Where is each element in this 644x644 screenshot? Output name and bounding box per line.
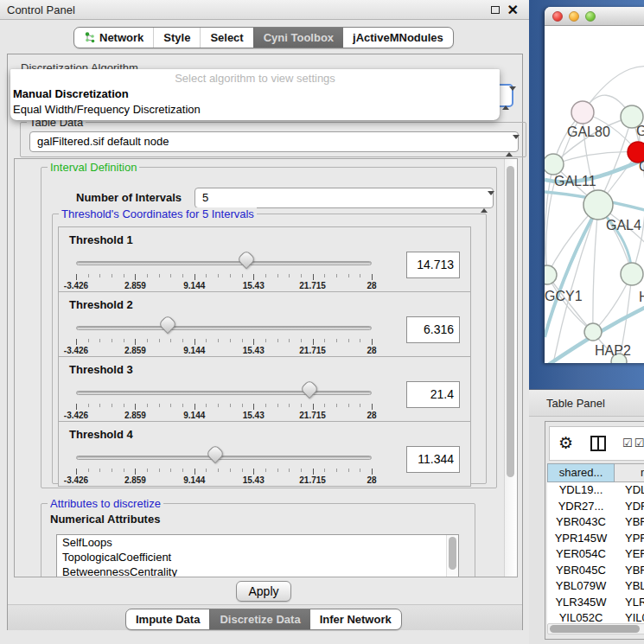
threshold-1-slider[interactable]: -3.4262.8599.14415.4321.71528 [76, 254, 372, 292]
cell-shared-name[interactable]: YBL079W [547, 578, 615, 595]
cell-name[interactable]: YBR0 [615, 563, 644, 579]
cell-shared-name[interactable]: YLR345W [547, 595, 615, 611]
minor-tick [147, 404, 148, 407]
algorithm-option[interactable]: Manual Discretization [10, 86, 500, 102]
slider-track[interactable] [76, 261, 372, 265]
numerical-attributes-list[interactable]: SelfLoopsTopologicalCoefficientBetweenne… [56, 534, 459, 577]
cell-name[interactable]: YPR1 [615, 531, 644, 547]
table-row[interactable]: YDR27...YDR2 [547, 499, 644, 515]
node-gal80[interactable] [571, 101, 594, 124]
horizontal-scrollbar[interactable] [547, 623, 644, 634]
table-row[interactable]: YBR043CYBR0 [547, 514, 644, 531]
slider-thumb[interactable] [205, 444, 225, 464]
table-data-combobox[interactable]: galFiltered.sif default node [29, 131, 519, 152]
stepper-arrows-icon[interactable] [506, 137, 512, 156]
tab-select[interactable]: Select [200, 28, 252, 48]
minor-tick [99, 274, 100, 277]
tab-network[interactable]: Network [74, 28, 153, 48]
table-row[interactable]: YDL19...YDL1 [547, 482, 644, 499]
threshold-1-value-field[interactable]: 14.713 [406, 252, 460, 278]
node-label-gal80: GAL80 [567, 124, 610, 139]
table-row[interactable]: YER054CYER0 [547, 546, 644, 563]
node-hap2[interactable] [584, 323, 602, 341]
number-of-intervals-combobox[interactable]: 5 [194, 188, 494, 208]
minor-tick [147, 469, 148, 472]
close-icon[interactable]: ✕ [507, 1, 519, 19]
cell-name[interactable]: YDR2 [615, 499, 644, 515]
table-row[interactable]: YBR045CYBR0 [547, 563, 644, 579]
tab-style[interactable]: Style [153, 28, 200, 48]
network-canvas[interactable]: GAL80 GA C GAL11 GAL4 GCY1 H HAP2 [545, 26, 644, 363]
cell-shared-name[interactable]: YER054C [547, 546, 615, 563]
close-traffic-light-icon[interactable] [552, 11, 563, 22]
minor-tick [170, 469, 171, 472]
stepper-arrows-icon[interactable] [481, 193, 487, 212]
column-header-name[interactable]: n [615, 463, 644, 482]
vertical-scrollbar[interactable] [504, 159, 517, 577]
threshold-4-slider[interactable]: -3.4262.8599.14415.4321.71528 [76, 449, 372, 487]
tab-cyni-toolbox[interactable]: Cyni Toolbox [253, 28, 343, 48]
vertical-scrollbar-thumb[interactable] [507, 166, 514, 477]
slider-track[interactable] [76, 456, 372, 460]
tick-label: 2.859 [124, 346, 146, 355]
attribute-list-item[interactable]: TopologicalCoefficient [57, 550, 458, 564]
horizontal-scrollbar-thumb[interactable] [550, 625, 640, 633]
tab-discretize-data[interactable]: Discretize Data [209, 609, 309, 629]
cell-shared-name[interactable]: YBR045C [547, 563, 615, 579]
minimize-traffic-light-icon[interactable] [569, 11, 579, 22]
gear-icon[interactable]: ⚙ [558, 432, 573, 455]
cell-name[interactable]: YBR0 [615, 514, 644, 531]
minor-tick [88, 274, 89, 277]
cell-shared-name[interactable]: YPR145W [547, 531, 615, 547]
cell-name[interactable]: YER0 [615, 546, 644, 563]
table-row[interactable]: YBL079WYBL0 [547, 578, 644, 595]
zoom-traffic-light-icon[interactable] [585, 11, 596, 22]
apply-button[interactable]: Apply [236, 581, 291, 602]
major-tick [194, 469, 195, 475]
threshold-3-slider[interactable]: -3.4262.8599.14415.4321.71528 [76, 384, 372, 422]
threshold-2-value-field[interactable]: 6.316 [406, 316, 460, 343]
tab-infer-network[interactable]: Infer Network [310, 609, 401, 629]
slider-thumb[interactable] [237, 250, 257, 270]
node-gal4[interactable] [583, 190, 613, 220]
algorithm-option[interactable]: Equal Width/Frequency Discretization [10, 102, 500, 118]
slider-track[interactable] [76, 326, 372, 330]
list-scrollbar[interactable] [446, 535, 458, 577]
minor-tick [159, 469, 160, 472]
slider-thumb[interactable] [158, 315, 178, 335]
cell-name[interactable]: YLR3 [615, 595, 644, 611]
tab-impute-data[interactable]: Impute Data [126, 609, 209, 629]
tick-label: 9.144 [183, 281, 205, 290]
table-row[interactable]: YLR345WYLR3 [547, 595, 644, 611]
cell-shared-name[interactable]: YDR27... [547, 499, 615, 515]
cell-name[interactable]: YDL1 [615, 482, 644, 499]
tick-label: 15.43 [243, 475, 265, 485]
attribute-list-item[interactable]: BetweennessCentrality [57, 564, 458, 577]
node-label-below-red: C [639, 159, 644, 174]
threshold-4-value-field[interactable]: 11.344 [406, 446, 460, 473]
node-gcy1[interactable] [545, 265, 557, 284]
list-scrollbar-thumb[interactable] [449, 537, 456, 570]
cyni-toolbox-panel: Discretization Algorithm Table Data galF… [7, 54, 523, 630]
threshold-2-slider[interactable]: -3.4262.8599.14415.4321.71528 [76, 319, 372, 357]
cell-shared-name[interactable]: YDL19... [547, 482, 615, 499]
columns-icon[interactable] [590, 436, 606, 451]
minor-tick [88, 469, 89, 472]
threshold-1-title: Threshold 1 [69, 233, 133, 246]
cell-shared-name[interactable]: YBR043C [547, 514, 615, 531]
checkboxes-icon[interactable]: ☑☑ [622, 437, 644, 450]
node-gal11[interactable] [545, 154, 564, 175]
tab-select-label: Select [210, 31, 243, 44]
column-header-shared-name[interactable]: shared... [547, 463, 615, 482]
cell-name[interactable]: YBL0 [615, 578, 644, 595]
slider-thumb[interactable] [300, 379, 320, 399]
tick-label: 21.715 [299, 281, 326, 290]
float-window-icon[interactable] [491, 6, 500, 14]
threshold-3-value-field[interactable]: 21.4 [406, 381, 460, 408]
table-row[interactable]: YPR145WYPR1 [547, 531, 644, 547]
attribute-list-item[interactable]: SelfLoops [57, 535, 458, 550]
tab-jactivemnodules[interactable]: jActiveMNodules [343, 28, 453, 48]
slider-track[interactable] [76, 391, 372, 395]
node-right-mid[interactable] [621, 263, 643, 285]
stepper-arrows-icon[interactable] [502, 91, 508, 106]
